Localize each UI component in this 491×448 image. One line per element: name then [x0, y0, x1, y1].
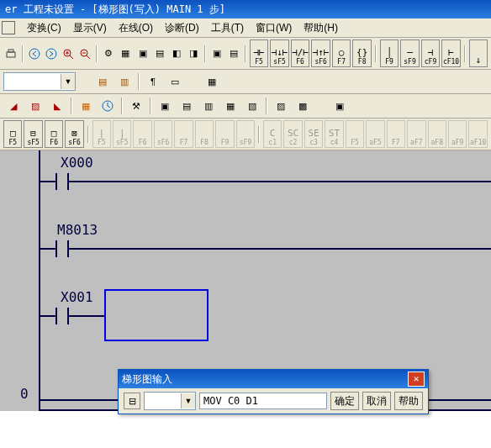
fkey: sF6: [154, 120, 172, 148]
tool-icon[interactable]: ▤: [152, 44, 167, 64]
title-bar: er 工程未设置 - [梯形图(写入) MAIN 1 步]: [0, 0, 491, 18]
fkey: aF7: [407, 120, 425, 148]
fkey: aF8: [428, 120, 446, 148]
symbol-combo[interactable]: ▼: [144, 392, 196, 410]
tool-icon[interactable]: ▤: [177, 96, 197, 116]
fkey[interactable]: □F5: [3, 120, 22, 148]
tool-icon[interactable]: ▥: [114, 71, 135, 92]
tool-icon[interactable]: ◣: [47, 96, 67, 116]
toolbar-1: ⚙ ▦ ▣ ▤ ◧ ◨ ▣ ▤ ⊣⊢F5 ⊣↓⊢sF5 ⊣/⊢F6 ⊣↑⊢sF6…: [0, 38, 491, 70]
fkey-cf9[interactable]: ⊣cF9: [421, 40, 441, 67]
fkey: SEc3: [304, 120, 323, 148]
svg-point-3: [46, 49, 56, 59]
symbol-picker-icon[interactable]: ⊟: [124, 393, 140, 409]
svg-rect-1: [8, 50, 13, 52]
fkey-f9[interactable]: │F9: [380, 40, 399, 67]
fkey: aF10: [468, 120, 487, 148]
contact-label: X000: [61, 155, 93, 171]
tool-icon[interactable]: ▦: [220, 96, 240, 116]
svg-rect-0: [7, 52, 15, 57]
fkey-f5[interactable]: ⊣⊢F5: [250, 40, 269, 67]
fkey[interactable]: □F6: [45, 120, 63, 148]
step-number: 0: [20, 386, 29, 402]
fkey-extra[interactable]: ↓: [469, 40, 488, 67]
fkey: Cc1: [263, 120, 282, 148]
fkey-f6[interactable]: ⊣/⊢F6: [291, 40, 310, 67]
fkey: F8: [195, 120, 214, 148]
tool-icon[interactable]: ▤: [226, 44, 241, 64]
menu-view[interactable]: 显示(V): [68, 19, 112, 37]
contact-m8013[interactable]: [55, 240, 69, 257]
dialog-title: 梯形图输入: [122, 370, 172, 388]
title-text: er 工程未设置 - [梯形图(写入) MAIN 1 步]: [5, 3, 225, 15]
contact-label: M8013: [57, 222, 98, 238]
tool-icon[interactable]: ¶: [143, 71, 163, 92]
menu-tools[interactable]: 工具(T): [206, 19, 249, 37]
menu-window[interactable]: 窗口(W): [251, 19, 297, 37]
menu-online[interactable]: 在线(O): [114, 19, 158, 37]
clock-icon[interactable]: [98, 96, 118, 116]
fkey[interactable]: ⊟sF5: [24, 120, 42, 148]
tool-icon[interactable]: ▭: [165, 71, 185, 92]
tool-icon[interactable]: ▥: [198, 96, 219, 116]
tool-icon[interactable]: ▧: [242, 96, 262, 116]
fkey: |sF5: [113, 120, 131, 148]
dialog-body: ⊟ ▼ 确定 取消 帮助: [119, 388, 428, 414]
combo-1[interactable]: ▼: [3, 72, 76, 91]
tool-icon[interactable]: ▦: [76, 96, 96, 116]
ladder-editor[interactable]: X000 M8013 X001 0 梯形图输入 ✕ ⊟ ▼ 确定 取消: [0, 150, 491, 448]
tool-icon[interactable]: ▦: [202, 71, 222, 92]
contact-x000[interactable]: [55, 173, 69, 190]
fkey: STc4: [325, 120, 343, 148]
fkey: F9: [215, 120, 234, 148]
fkey-sf9[interactable]: ─sF9: [400, 40, 420, 67]
cursor-box[interactable]: [104, 289, 209, 341]
nav-back-icon[interactable]: [27, 44, 42, 64]
help-button[interactable]: 帮助: [394, 392, 423, 410]
zoom-in-icon[interactable]: [61, 44, 76, 64]
menu-convert[interactable]: 变换(C): [22, 19, 66, 37]
fkey: SCc2: [283, 120, 302, 148]
fkey-f7[interactable]: ○F7: [332, 40, 351, 67]
zoom-out-icon[interactable]: [77, 44, 92, 64]
tool-icon[interactable]: ⚙: [101, 44, 116, 64]
tool-icon[interactable]: ▨: [25, 96, 45, 116]
tool-icon[interactable]: ◢: [3, 96, 24, 116]
nav-fwd-icon[interactable]: [44, 44, 59, 64]
menu-diagnose[interactable]: 诊断(D): [160, 19, 204, 37]
tool-icon[interactable]: ▣: [135, 44, 150, 64]
tool-icon[interactable]: ◧: [169, 44, 184, 64]
sys-icon: [2, 21, 15, 34]
toolbar-3: ◢ ▨ ◣ ▦ ⚒ ▣ ▤ ▥ ▦ ▧ ▨ ▩ ▣: [0, 94, 491, 119]
ladder-input-dialog: 梯形图输入 ✕ ⊟ ▼ 确定 取消 帮助: [118, 369, 429, 414]
tool-icon[interactable]: ⚒: [126, 96, 146, 116]
ok-button[interactable]: 确定: [330, 392, 359, 410]
fkey-f8[interactable]: {}F8: [352, 40, 372, 67]
fkey-cf10[interactable]: ⊢cF10: [441, 40, 461, 67]
fkey-sf5[interactable]: ⊣↓⊢sF5: [270, 40, 289, 67]
menu-help[interactable]: 帮助(H): [298, 19, 343, 37]
tool-icon[interactable]: ▩: [293, 96, 313, 116]
tool-icon[interactable]: ▤: [92, 71, 113, 92]
editor-blank: [0, 411, 491, 448]
fkey: F7: [387, 120, 405, 148]
fkey[interactable]: ⊠sF6: [65, 120, 83, 148]
close-icon[interactable]: ✕: [408, 372, 425, 387]
svg-point-2: [29, 49, 40, 59]
toolbar-4: □F5 ⊟sF5 □F6 ⊠sF6 |F5 |sF5 F6 sF6 F7 F8 …: [0, 119, 491, 150]
contact-label: X001: [61, 289, 93, 305]
fkey-sf6[interactable]: ⊣↑⊢sF6: [311, 40, 330, 67]
print-icon[interactable]: [3, 44, 18, 64]
tool-icon[interactable]: ▨: [271, 96, 291, 116]
fkey: |F5: [92, 120, 111, 148]
tool-icon[interactable]: ◨: [186, 44, 201, 64]
contact-x001[interactable]: [55, 308, 69, 324]
dialog-titlebar[interactable]: 梯形图输入 ✕: [119, 370, 428, 388]
cancel-button[interactable]: 取消: [362, 392, 391, 410]
instruction-input[interactable]: [199, 393, 327, 409]
tool-icon[interactable]: ▣: [209, 44, 224, 64]
fkey: aF5: [366, 120, 384, 148]
tool-icon[interactable]: ▣: [155, 96, 175, 116]
tool-icon[interactable]: ▣: [330, 96, 350, 116]
tool-icon[interactable]: ▦: [118, 44, 133, 64]
